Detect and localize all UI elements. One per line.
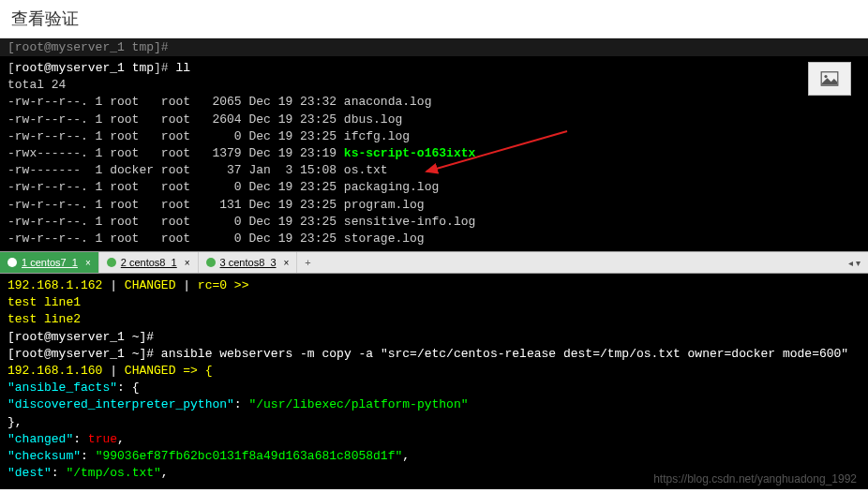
status-changed: CHANGED [125,364,176,378]
terminal-top[interactable]: [root@myserver_1 tmp]# ll total 24 -rw-r… [0,56,868,251]
json-inner: "discovered_interpreter_python": "/usr/l… [7,396,861,413]
tab-menu-button[interactable]: ◂ ▾ [841,258,868,268]
tab-bar: 1 centos7_1×2 centos8_1×3 centos8_3× + ◂… [0,251,868,274]
tab-item[interactable]: 3 centos8_3× [199,252,298,273]
comma: , [402,449,410,463]
json-key: "checksum" [7,449,81,463]
arrow-brace: => { [175,364,212,378]
status-dot-icon [206,258,216,267]
user-host: root@myserver_1 tmp [15,61,154,75]
bracket: ]# [139,330,154,344]
tab-label: 1 centos7_1 [22,257,78,268]
brace-close: }, [7,414,861,431]
prompt-command-line: [root@myserver_1 ~]# ansible webservers … [7,346,861,363]
status-dot-icon [7,258,17,267]
json-bool: true [88,432,117,446]
bracket: [ [7,330,15,344]
prompt-line: [root@myserver_1 ~]# [7,329,861,346]
json-key: "ansible_facts" [7,381,117,395]
json-val: "/tmp/os.txt" [66,466,160,480]
command: ll [175,61,190,75]
bracket-close: ]# [154,61,175,75]
prompt-line: [root@myserver_1 tmp]# ll [7,60,861,77]
tab-label: 3 centos8_3 [220,257,277,268]
comma: , [117,432,125,446]
sep: | [102,364,124,378]
watermark: https://blog.csdn.net/yanghuadong_1992 [653,472,857,486]
host-ip: 192.168.1.162 [7,278,102,292]
ls-row: -rw-r--r--. 1 root root 0 Dec 19 23:25 i… [7,128,861,145]
json-ansible-facts: "ansible_facts": { [7,380,861,396]
tab-close-icon[interactable]: × [185,258,190,268]
image-icon [820,71,839,86]
bracket: ]# [139,347,160,361]
colon: : [52,466,67,480]
output-line: test line2 [7,311,861,328]
json-val: "/usr/libexec/platform-python" [248,397,468,411]
ls-row: -rw-r--r--. 1 root root 131 Dec 19 23:25… [7,197,861,214]
sep: | [102,278,124,292]
user-host: root@myserver_1 ~ [15,347,140,361]
status-dot-icon [107,258,116,267]
ls-row: -rw-r--r--. 1 root root 0 Dec 19 23:25 s… [7,214,861,231]
json-key: "discovered_interpreter_python" [7,397,234,411]
tab-add-button[interactable]: + [297,257,318,268]
output-host2: 192.168.1.160 | CHANGED => { [7,363,861,380]
bracket-open: [ [7,61,15,75]
title-text: 查看验证 [11,9,79,28]
image-button[interactable] [808,62,851,96]
tab-close-icon[interactable]: × [284,258,290,268]
ls-row: -rw------- 1 docker root 37 Jan 3 15:08 … [7,162,861,179]
ls-row: -rwx------. 1 root root 1379 Dec 19 23:1… [7,145,861,162]
bracket: [ [7,347,15,361]
json-changed: "changed": true, [7,431,861,448]
tab-item[interactable]: 1 centos7_1× [0,252,99,273]
total-line: total 24 [7,77,861,94]
json-checksum: "checksum": "99036ef87fb62bc0131f8a49d16… [7,448,861,465]
ansible-args: "src=/etc/centos-release dest=/tmp/os.tx… [381,347,848,361]
svg-point-1 [824,75,827,78]
tab-label: 2 centos8_1 [121,257,177,268]
ls-row: -rw-r--r--. 1 root root 0 Dec 19 23:25 s… [7,231,861,247]
terminal-bottom[interactable]: 192.168.1.162 | CHANGED | rc=0 >> test l… [0,274,868,489]
user-host: root@myserver_1 ~ [15,330,140,344]
status-changed: CHANGED [125,278,176,292]
tab-close-icon[interactable]: × [85,258,91,268]
output-line: test line1 [7,294,861,311]
comma: , [161,466,169,480]
ls-row: -rw-r--r--. 1 root root 2604 Dec 19 23:2… [7,112,861,128]
colon: : [234,397,249,411]
page-title: 查看验证 [0,0,868,38]
ansible-command: ansible webservers -m copy -a [161,347,381,361]
ls-output: -rw-r--r--. 1 root root 2065 Dec 19 23:3… [7,94,861,247]
blurred-prev-line: [root@myserver_1 tmp]# [0,38,868,56]
output-host1: 192.168.1.162 | CHANGED | rc=0 >> [7,277,861,294]
arrow: >> [227,278,248,292]
colon: : [73,432,88,446]
json-key: "changed" [7,432,73,446]
tab-item[interactable]: 2 centos8_1× [99,252,199,273]
host-ip: 192.168.1.160 [7,364,102,378]
sep: | [175,278,197,292]
json-val: "99036ef87fb62bc0131f8a49d163a681c8058d1… [96,449,403,463]
ls-row: -rw-r--r--. 1 root root 0 Dec 19 23:25 p… [7,179,861,196]
colon: : { [117,381,139,395]
colon: : [81,449,96,463]
ls-row: -rw-r--r--. 1 root root 2065 Dec 19 23:3… [7,94,861,111]
return-code: rc=0 [198,278,227,292]
json-key: "dest" [7,466,52,480]
